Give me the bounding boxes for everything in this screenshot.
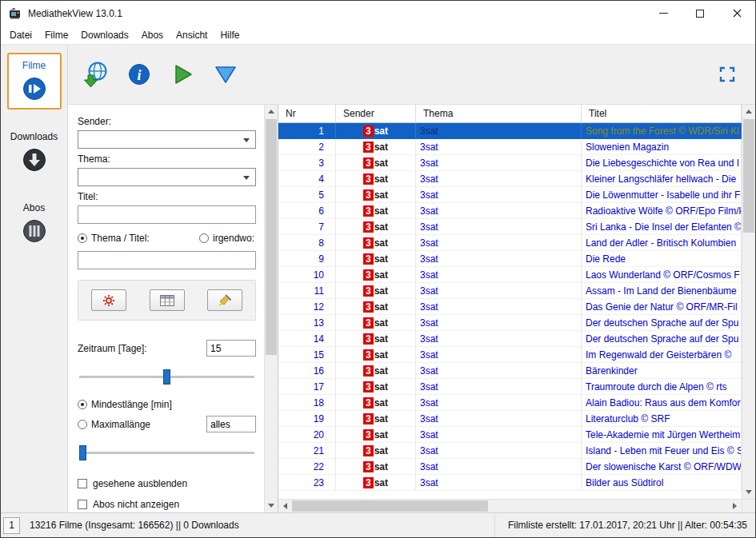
sender-logo-3sat: 3sat bbox=[363, 413, 388, 424]
radio-mindestlaenge[interactable]: Mindestlänge [min] bbox=[78, 399, 172, 410]
tab-abos-label: Abos bbox=[23, 202, 45, 213]
table-row[interactable]: 223sat3satDer slowenische Karst © ORF/WD… bbox=[278, 459, 742, 475]
scroll-right-button[interactable] bbox=[728, 500, 742, 512]
table-vertical-scrollbar[interactable] bbox=[742, 105, 755, 499]
radio-irgendwo[interactable]: irgendwo: bbox=[199, 233, 254, 244]
table-row[interactable]: 43sat3satKleiner Langschläfer hellwach -… bbox=[278, 171, 742, 187]
table-row[interactable]: 163sat3satBärenkinder bbox=[278, 363, 742, 379]
thema-titel-search-input[interactable] bbox=[78, 251, 256, 269]
table-row[interactable]: 203sat3satTele-Akademie mit Jürgen Werth… bbox=[278, 427, 742, 443]
titlebar: MediathekView 13.0.1 bbox=[1, 1, 755, 26]
table-row[interactable]: 193sat3satLiteraturclub © SRF bbox=[278, 411, 742, 427]
scroll-thumb[interactable] bbox=[266, 119, 277, 355]
load-filmlist-button[interactable] bbox=[81, 59, 111, 90]
film-info-button[interactable]: i bbox=[124, 59, 154, 90]
titel-input[interactable] bbox=[78, 205, 256, 224]
cell-thema: 3sat bbox=[416, 331, 582, 347]
radio-thema-titel[interactable]: Thema / Titel: bbox=[78, 233, 150, 244]
cell-sender: 3sat bbox=[336, 139, 416, 155]
table-row[interactable]: 173sat3satTraumroute durch die Alpen © r… bbox=[278, 379, 742, 395]
slider-thumb[interactable] bbox=[163, 369, 170, 385]
table-row[interactable]: 83sat3satLand der Adler - Britisch Kolum… bbox=[278, 235, 742, 251]
zeitraum-input[interactable] bbox=[206, 340, 256, 357]
scroll-track[interactable] bbox=[742, 118, 755, 485]
table-row[interactable]: 113sat3satAssam - Im Land der Bienenbäum… bbox=[278, 283, 742, 299]
maximallaenge-input[interactable] bbox=[206, 416, 256, 432]
table-row[interactable]: 23sat3satSlowenien Magazin bbox=[278, 139, 742, 155]
table-row[interactable]: 53sat3satDie Löwenmutter - Isabelle und … bbox=[278, 187, 742, 203]
slider-thumb[interactable] bbox=[79, 445, 86, 460]
sender-combobox[interactable] bbox=[78, 130, 256, 149]
checkbox-abos[interactable]: Abos nicht anzeigen bbox=[78, 499, 256, 510]
table-row[interactable]: 123sat3satDas Genie der Natur © ORF/MR-F… bbox=[278, 299, 742, 315]
close-button[interactable] bbox=[718, 1, 755, 26]
cell-titel: Alain Badiou: Raus aus dem Komfort bbox=[582, 395, 742, 411]
scroll-up-button[interactable] bbox=[265, 105, 278, 118]
filter-table-button[interactable] bbox=[150, 289, 185, 311]
table-row[interactable]: 153sat3satIm Regenwald der Geisterbären … bbox=[278, 347, 742, 363]
minimize-button[interactable] bbox=[645, 1, 682, 26]
column-header-nr[interactable]: Nr bbox=[278, 105, 336, 122]
table-row[interactable]: 13sat3satSong from the Forest © WDR/Siri… bbox=[278, 123, 742, 139]
table-row[interactable]: 133sat3satDer deutschen Sprache auf der … bbox=[278, 315, 742, 331]
filme-tab-icon bbox=[22, 77, 46, 101]
filter-scrollbar[interactable] bbox=[264, 105, 278, 512]
clear-filter-button[interactable] bbox=[207, 289, 242, 311]
maximize-table-button[interactable] bbox=[712, 59, 742, 90]
menu-hilfe[interactable]: Hilfe bbox=[214, 26, 246, 44]
menu-filme[interactable]: Filme bbox=[38, 26, 74, 44]
thema-combobox[interactable] bbox=[78, 168, 256, 186]
scroll-thumb[interactable] bbox=[743, 119, 754, 233]
cell-titel: Literaturclub © SRF bbox=[582, 411, 742, 427]
cell-sender: 3sat bbox=[336, 251, 416, 267]
scroll-thumb[interactable] bbox=[292, 500, 488, 512]
blacklist-button[interactable] bbox=[91, 289, 126, 311]
table-row[interactable]: 233sat3satBilder aus Südtirol bbox=[278, 475, 742, 491]
scroll-up-button[interactable] bbox=[742, 105, 755, 118]
cell-titel: Tele-Akademie mit Jürgen Wertheim bbox=[582, 427, 742, 443]
downloads-tab-icon bbox=[22, 148, 46, 172]
menu-ansicht[interactable]: Ansicht bbox=[170, 26, 214, 44]
play-film-button[interactable] bbox=[167, 59, 198, 90]
checkbox-icon bbox=[78, 479, 87, 488]
table-row[interactable]: 103sat3satLaos Wunderland © ORF/Cosmos F bbox=[278, 267, 742, 283]
checkbox-gesehene[interactable]: gesehene ausblenden bbox=[78, 478, 256, 489]
column-header-thema[interactable]: Thema bbox=[416, 105, 582, 122]
tab-abos[interactable]: Abos bbox=[7, 195, 62, 252]
table-horizontal-scrollbar[interactable] bbox=[278, 500, 742, 512]
table-row[interactable]: 63sat3satRadioaktive Wölfe © ORF/Epo Fil… bbox=[278, 203, 742, 219]
table-row[interactable]: 213sat3satIsland - Leben mit Feuer und E… bbox=[278, 443, 742, 459]
zeitraum-slider[interactable] bbox=[79, 369, 254, 385]
column-header-sender[interactable]: Sender bbox=[336, 105, 416, 122]
radio-maximallaenge[interactable]: Maximallänge bbox=[78, 419, 150, 430]
tab-downloads[interactable]: Downloads bbox=[7, 124, 62, 181]
tab-filme[interactable]: Filme bbox=[7, 53, 62, 110]
cell-thema: 3sat bbox=[416, 267, 582, 283]
sender-logo-3sat: 3sat bbox=[363, 253, 388, 265]
film-table: Nr Sender Thema Titel 13sat3satSong from… bbox=[278, 105, 755, 512]
table-row[interactable]: 143sat3satDer deutschen Sprache auf der … bbox=[278, 331, 742, 347]
record-film-button[interactable] bbox=[210, 59, 241, 90]
table-row[interactable]: 33sat3satDie Liebesgeschichte von Rea un… bbox=[278, 155, 742, 171]
scroll-down-button[interactable] bbox=[265, 499, 278, 512]
maximize-button[interactable] bbox=[682, 1, 718, 26]
table-row[interactable]: 183sat3satAlain Badiou: Raus aus dem Kom… bbox=[278, 395, 742, 411]
cell-sender: 3sat bbox=[336, 123, 416, 139]
scroll-down-button[interactable] bbox=[742, 485, 755, 499]
cell-titel: Die Löwenmutter - Isabelle und ihr F bbox=[582, 187, 742, 203]
menu-downloads[interactable]: Downloads bbox=[74, 26, 134, 44]
scroll-left-button[interactable] bbox=[278, 500, 292, 512]
radio-mindestlaenge-label: Mindestlänge [min] bbox=[91, 399, 172, 410]
table-row[interactable]: 73sat3satSri Lanka - Die Insel der Elefa… bbox=[278, 219, 742, 235]
column-header-titel[interactable]: Titel bbox=[582, 105, 742, 122]
close-icon bbox=[733, 9, 742, 18]
table-row[interactable]: 93sat3satDie Rede bbox=[278, 251, 742, 267]
menu-datei[interactable]: Datei bbox=[3, 26, 38, 44]
cell-thema: 3sat bbox=[416, 443, 582, 459]
scroll-track[interactable] bbox=[292, 500, 728, 512]
menu-abos[interactable]: Abos bbox=[135, 26, 170, 44]
scroll-track[interactable] bbox=[265, 118, 278, 499]
laenge-slider[interactable] bbox=[79, 445, 254, 460]
sender-logo-3sat: 3sat bbox=[363, 237, 388, 249]
film-table-body: 13sat3satSong from the Forest © WDR/Siri… bbox=[278, 123, 742, 499]
